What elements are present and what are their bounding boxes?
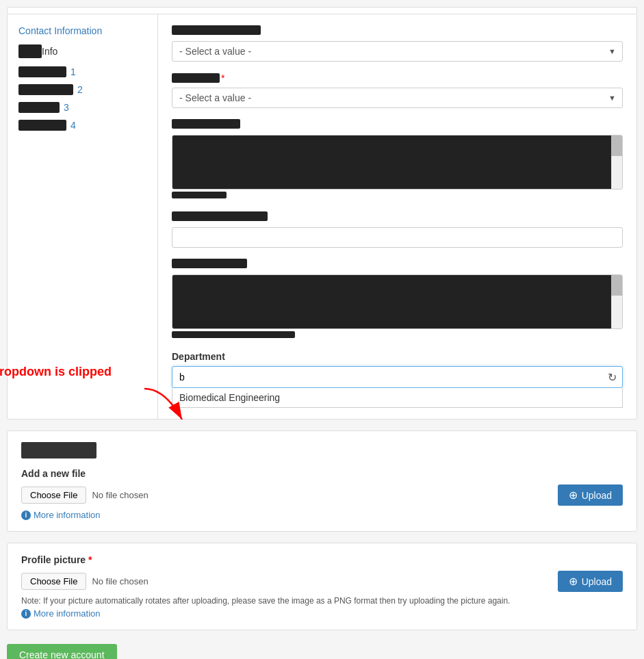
department-input[interactable] (172, 367, 602, 387)
file-more-info-link[interactable]: i More information (21, 510, 623, 520)
footer-section: Create new account (7, 641, 637, 659)
profile-required-star: * (88, 554, 92, 565)
file-info-icon: i (21, 511, 31, 520)
choose-file-button[interactable]: Choose File (21, 487, 86, 504)
refresh-icon[interactable]: ↻ (602, 367, 622, 387)
file-more-info-label: More information (34, 510, 101, 520)
department-autocomplete-item[interactable]: Biomedical Engineering (172, 388, 623, 408)
field3-caption (172, 192, 227, 198)
field3-group (172, 119, 623, 201)
profile-upload-label: Upload (582, 576, 612, 587)
department-group: Dropdown is clipped Department ↻ Biomedi… (172, 351, 623, 408)
sidebar-nav-bar-1 (18, 66, 66, 77)
sidebar-nav-item-1: 1 (18, 66, 146, 77)
add-file-label: Add a new file (21, 468, 623, 479)
field5-group (172, 259, 623, 340)
field3-textarea-wrapper (172, 135, 623, 190)
sidebar-nav-bar-4 (18, 120, 66, 131)
sidebar-nav-link-1[interactable]: 1 (70, 66, 76, 77)
field4-label (172, 211, 268, 221)
sidebar-nav-link-4[interactable]: 4 (70, 120, 76, 131)
sidebar-nav-bar-2 (18, 84, 73, 95)
profile-label-text: Profile picture (21, 554, 86, 565)
sidebar-nav-bar-3 (18, 102, 60, 113)
section-header-bar (21, 442, 96, 458)
annotation-arrow (138, 385, 192, 426)
annotation-label: Dropdown is clipped (0, 365, 112, 379)
upload-button[interactable]: ⊕ Upload (558, 484, 623, 506)
field2-label (172, 73, 220, 83)
main-form: - Select a value - * - Select a value - (158, 14, 636, 419)
department-input-wrapper: ↻ (172, 366, 623, 388)
field1-label (172, 25, 261, 35)
profile-picture-section: Profile picture * Choose File No file ch… (7, 543, 637, 630)
field2-select[interactable]: - Select a value - (172, 88, 623, 108)
field3-label (172, 119, 240, 129)
sidebar-title: Contact Information (18, 25, 146, 36)
file-input-row: Choose File No file chosen ⊕ Upload (21, 484, 623, 506)
field5-textarea-wrapper (172, 274, 623, 329)
profile-label: Profile picture * (21, 554, 623, 565)
sidebar-nav-item-4: 4 (18, 120, 146, 131)
profile-info-icon: i (21, 609, 31, 619)
sidebar-info-icon (18, 44, 42, 58)
field3-scrollbar[interactable] (611, 135, 622, 189)
upload-plus-icon: ⊕ (569, 489, 578, 502)
field1-select-wrapper: - Select a value - (172, 41, 623, 62)
sidebar: Contact Information Info 1 2 3 4 (8, 14, 158, 419)
sidebar-nav-item-2: 2 (18, 84, 146, 95)
profile-more-info-label: More information (34, 608, 101, 619)
profile-note-text: Note: If your picture automatically rota… (21, 596, 623, 606)
profile-choose-file-button[interactable]: Choose File (21, 573, 86, 590)
field5-label (172, 259, 247, 268)
field4-input[interactable] (172, 227, 623, 248)
profile-upload-button[interactable]: ⊕ Upload (558, 571, 623, 592)
sidebar-info-box: Info (18, 44, 146, 58)
field1-group: - Select a value - (172, 25, 623, 62)
field5-scrollbar[interactable] (611, 275, 622, 328)
field1-select[interactable]: - Select a value - (172, 41, 623, 62)
profile-upload-plus-icon: ⊕ (569, 575, 578, 588)
field2-required-star: * (221, 73, 224, 83)
profile-file-input-row: Choose File No file chosen ⊕ Upload (21, 571, 623, 592)
file-upload-section: Add a new file Choose File No file chose… (7, 430, 637, 532)
sidebar-nav-item-3: 3 (18, 102, 146, 113)
profile-more-info-link[interactable]: i More information (21, 608, 623, 619)
create-account-button[interactable]: Create new account (7, 644, 117, 659)
field4-group (172, 211, 623, 248)
field2-group: * - Select a value - (172, 73, 623, 108)
sidebar-nav-link-2[interactable]: 2 (77, 84, 83, 95)
upload-label: Upload (582, 490, 612, 501)
sidebar-info-label: Info (42, 46, 57, 57)
profile-file-name-text: No file chosen (92, 576, 552, 586)
file-name-text: No file chosen (92, 490, 552, 500)
department-label: Department (172, 351, 623, 362)
field5-caption (172, 331, 295, 338)
field2-select-wrapper: - Select a value - (172, 88, 623, 108)
sidebar-nav-link-3[interactable]: 3 (64, 102, 69, 113)
